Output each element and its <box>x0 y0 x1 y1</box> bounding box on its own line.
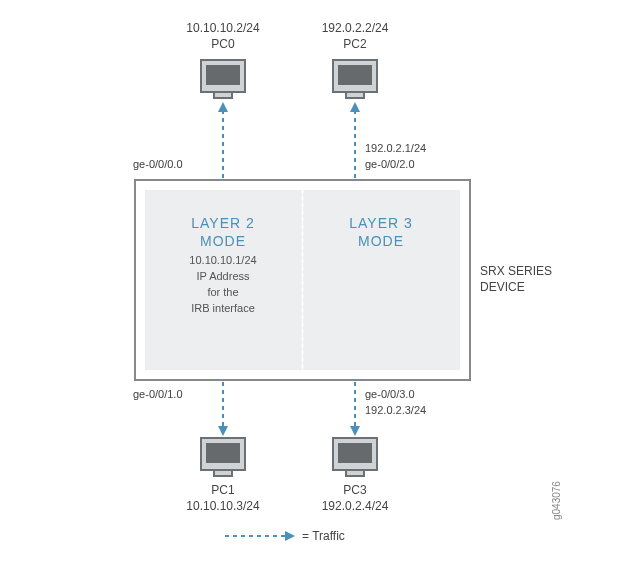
pc2-ip: 192.0.2.2/24 <box>322 21 389 35</box>
layer2-ip: 10.10.10.1/24 <box>189 254 256 266</box>
pc1-name: PC1 <box>211 483 235 497</box>
network-diagram: LAYER 2 MODE 10.10.10.1/24 IP Address fo… <box>0 0 630 567</box>
arrowhead-icon <box>218 426 228 436</box>
pc3-monitor-icon <box>333 438 377 476</box>
layer3-title-2: MODE <box>358 233 404 249</box>
iface-top-right: ge-0/0/2.0 <box>365 158 415 170</box>
iface-bot-right: ge-0/0/3.0 <box>365 388 415 400</box>
pc0-ip: 10.10.10.2/24 <box>186 21 260 35</box>
iface-top-left: ge-0/0/0.0 <box>133 158 183 170</box>
svg-rect-2 <box>206 65 240 85</box>
pc0-name: PC0 <box>211 37 235 51</box>
pc1-monitor-icon <box>201 438 245 476</box>
arrowhead-icon <box>285 531 295 541</box>
arrowhead-icon <box>350 426 360 436</box>
pc2-monitor-icon <box>333 60 377 98</box>
device-label-1: SRX SERIES <box>480 264 552 278</box>
svg-rect-7 <box>338 65 372 85</box>
figure-id: g043076 <box>551 481 562 520</box>
layer2-title-1: LAYER 2 <box>191 215 255 231</box>
pc1-ip: 10.10.10.3/24 <box>186 499 260 513</box>
svg-rect-12 <box>206 443 240 463</box>
svg-rect-17 <box>338 443 372 463</box>
device-label-2: DEVICE <box>480 280 525 294</box>
layer2-desc-1: IP Address <box>197 270 250 282</box>
legend-text: = Traffic <box>302 529 345 543</box>
iface-top-right-ip: 192.0.2.1/24 <box>365 142 426 154</box>
layer2-title-2: MODE <box>200 233 246 249</box>
pc3-ip: 192.0.2.4/24 <box>322 499 389 513</box>
arrowhead-icon <box>218 102 228 112</box>
layer2-desc-2: for the <box>207 286 238 298</box>
iface-bot-left: ge-0/0/1.0 <box>133 388 183 400</box>
iface-bot-right-ip: 192.0.2.3/24 <box>365 404 426 416</box>
layer2-desc-3: IRB interface <box>191 302 255 314</box>
layer3-title-1: LAYER 3 <box>349 215 413 231</box>
pc3-name: PC3 <box>343 483 367 497</box>
pc2-name: PC2 <box>343 37 367 51</box>
pc0-monitor-icon <box>201 60 245 98</box>
arrowhead-icon <box>350 102 360 112</box>
